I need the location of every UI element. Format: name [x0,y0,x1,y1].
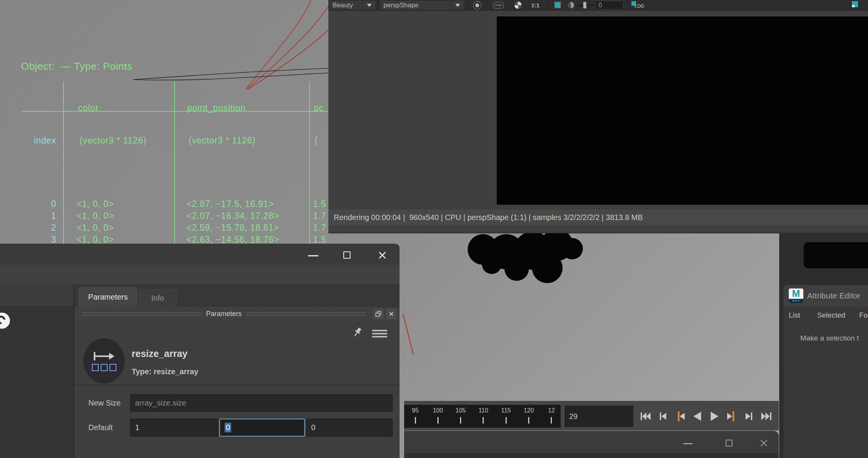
column-header: point_position [186,102,305,114]
float-panel-icon [375,311,382,317]
step-back-key-button[interactable] [671,405,689,427]
aov-dropdown[interactable]: Beauty [330,1,362,10]
node-title: resize_array [132,348,188,359]
close-icon [388,311,394,317]
timeline-tick: 12 [542,407,561,424]
render-region-icon[interactable] [473,1,481,10]
section-title: Parameters [206,310,241,318]
menu-focus[interactable]: Foc [859,311,868,319]
spreadsheet-cell-color: <1, 0, 0> [77,210,170,222]
minimize-button[interactable] [308,255,318,256]
log-label: LOG [635,3,644,9]
tick-label: 115 [501,407,511,414]
dialog-titlebar[interactable] [0,244,400,265]
toolbar-separator [467,0,467,10]
camera-dropdown-chevron[interactable] [452,1,464,10]
play-forwards-button[interactable] [706,405,723,427]
column-header: (vector3 * 1126) [77,135,170,147]
spreadsheet-cell-position: <2.59, −15.78, 18.61> [186,222,305,234]
exposure-value: 0 [599,2,602,9]
close-button[interactable] [378,251,387,260]
zoom-one-to-one-button[interactable]: 1:1 [531,2,540,8]
new-size-input[interactable]: array_size.size [130,394,393,412]
menu-list[interactable]: List [789,311,800,319]
tick-label: 12 [548,407,555,414]
maya-logo-icon: M MAYA [789,288,803,303]
toolbar-separator [378,0,378,10]
tab-info[interactable]: Info [139,289,177,306]
tick-label: 105 [455,407,466,414]
checker-display-icon[interactable] [514,2,522,9]
close-button[interactable] [760,439,768,447]
render-status-bar: Rendering 00:00:04 | 960x540 | CPU | per… [328,209,868,225]
panel-menu-button[interactable] [372,330,387,339]
default-y-input[interactable]: 0 [219,419,305,437]
tick-mark [551,417,552,424]
minimize-button[interactable] [683,443,693,444]
spreadsheet-cell-index: 1 [21,210,56,222]
rendered-image [497,16,868,205]
play-backwards-button[interactable] [689,405,706,427]
column-separator [309,81,310,246]
log-display-icon[interactable]: LOG [631,1,651,10]
step-forward-frame-button[interactable] [740,405,757,427]
tick-mark [528,417,529,424]
timeline-tick: 95 [406,407,424,424]
default-x-input[interactable]: 1 [130,419,218,437]
toolbar-separator [628,0,628,10]
attribute-editor-titlebar[interactable]: M MAYA Attribute Editor [783,285,868,307]
maximize-button[interactable] [726,440,733,447]
spreadsheet-cell-index: 2 [21,222,56,234]
step-back-frame-button[interactable] [654,405,671,427]
tick-label: 95 [412,407,419,414]
column-separator [63,81,64,246]
default-label: Default [88,423,113,432]
graph-pane[interactable] [0,306,73,458]
graph-pane-header [0,284,73,306]
bottom-window-titlebar[interactable] [404,431,779,458]
time-slider-ruler[interactable]: 9510010511011512012 [404,405,561,428]
region-dot [475,3,479,7]
current-frame-value: 29 [565,412,578,421]
current-frame-field[interactable]: 29 [565,406,633,427]
float-panel-button[interactable] [373,309,383,319]
exposure-icon[interactable] [568,2,574,8]
pin-icon[interactable] [352,327,363,339]
tick-mark [460,417,461,424]
default-z-input[interactable]: 0 [306,419,393,437]
menu-bar [372,336,387,337]
background-black-box [804,242,868,268]
exposure-slider-handle[interactable] [583,2,586,8]
graph-node-icon[interactable] [0,313,10,329]
go-to-start-button[interactable] [637,405,654,427]
camera-dropdown-label: perspShape [383,2,419,9]
exposure-value-field[interactable]: 0 [595,1,623,10]
maximize-button[interactable] [343,251,351,259]
spreadsheet-cell-index: 0 [21,198,56,210]
red-segment [403,314,413,355]
camera-dropdown[interactable]: perspShape [380,1,451,10]
spreadsheet-title: Object: — Type: Points [21,60,132,72]
snapshot-icon[interactable] [554,2,561,8]
new-size-placeholder: array_size.size [135,399,186,407]
aov-dropdown-chevron[interactable] [363,1,375,10]
rgb-channels-icon[interactable]: RGB [493,2,504,8]
step-forward-key-button[interactable] [723,405,740,427]
save-image-icon[interactable] [852,1,858,7]
go-to-end-button[interactable] [757,405,775,427]
default-x-value: 1 [135,423,139,432]
attribute-editor-panel: M MAYA Attribute Editor List Selected Fo… [783,285,868,458]
render-view-window: Beauty perspShape RGB 1:1 [328,0,868,233]
tick-label: 120 [524,407,534,414]
dotted-leader [82,313,201,315]
close-section-button[interactable] [386,309,396,319]
section-divider [74,385,400,385]
parameters-panel [74,321,400,458]
tab-parameters[interactable]: Parameters [79,287,137,306]
menu-selected[interactable]: Selected [817,311,845,319]
maya-desktop: Object: — Type: Points index 01234567891… [0,0,868,458]
timeline-tick: 105 [452,407,470,424]
default-z-value: 0 [311,423,315,432]
maps-to-arrow-icon [92,351,116,362]
playback-row: 9510010511011512012 29 [404,401,779,430]
